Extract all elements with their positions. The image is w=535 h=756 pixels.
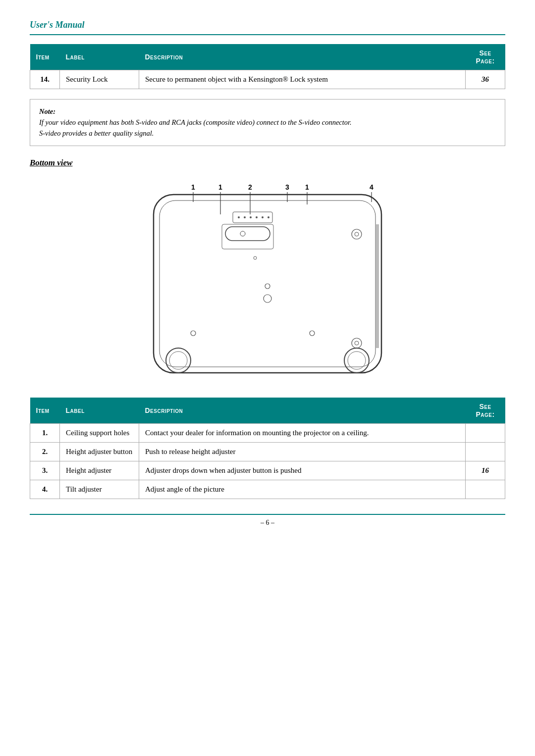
page-number: – 6 – bbox=[261, 519, 274, 526]
page-title: User's Manual bbox=[30, 20, 505, 30]
page-footer: – 6 – bbox=[30, 514, 505, 527]
svg-point-17 bbox=[250, 216, 252, 218]
svg-text:1: 1 bbox=[218, 183, 222, 191]
top-col-seepage: SeePage: bbox=[466, 44, 505, 70]
table-row: 14. Security Lock Secure to permanent ob… bbox=[30, 70, 505, 89]
bottom-table: Item Label Description See Page: 1. Ceil… bbox=[30, 398, 505, 499]
row-seepage bbox=[466, 443, 505, 461]
row-description: Secure to permanent object with a Kensin… bbox=[139, 70, 466, 89]
bot-col-item: Item bbox=[30, 398, 60, 424]
svg-point-15 bbox=[238, 216, 240, 218]
row-item: 2. bbox=[30, 443, 60, 461]
row-label: Height adjuster button bbox=[60, 443, 139, 461]
svg-point-16 bbox=[244, 216, 246, 218]
row-description: Contact your dealer for information on m… bbox=[139, 424, 466, 443]
svg-point-20 bbox=[268, 216, 269, 218]
row-seepage bbox=[466, 480, 505, 499]
note-box: Note: If your video equipment has both S… bbox=[30, 99, 505, 146]
svg-text:3: 3 bbox=[285, 183, 289, 191]
diagram-container: 1 1 2 3 1 4 bbox=[30, 175, 505, 383]
table-row: 2. Height adjuster button Push to releas… bbox=[30, 443, 505, 461]
top-col-label: Label bbox=[60, 44, 139, 70]
table-row: 1. Ceiling support holes Contact your de… bbox=[30, 424, 505, 443]
table-row: 4. Tilt adjuster Adjust angle of the pic… bbox=[30, 480, 505, 499]
row-item: 1. bbox=[30, 424, 60, 443]
bottom-view-title: Bottom view bbox=[30, 158, 505, 168]
bot-col-label: Label bbox=[60, 398, 139, 424]
row-label: Height adjuster bbox=[60, 461, 139, 480]
row-item: 14. bbox=[30, 70, 60, 89]
table-row: 3. Height adjuster Adjuster drops down w… bbox=[30, 461, 505, 480]
svg-text:1: 1 bbox=[305, 183, 309, 191]
svg-point-18 bbox=[256, 216, 258, 218]
top-divider bbox=[30, 34, 505, 35]
note-line-1: If your video equipment has both S-video… bbox=[39, 118, 352, 126]
row-description: Adjuster drops down when adjuster button… bbox=[139, 461, 466, 480]
row-item: 3. bbox=[30, 461, 60, 480]
svg-text:2: 2 bbox=[248, 183, 252, 191]
note-line-2: S-video provides a better quality signal… bbox=[39, 129, 154, 137]
row-seepage: 16 bbox=[466, 461, 505, 480]
row-description: Adjust angle of the picture bbox=[139, 480, 466, 499]
svg-text:4: 4 bbox=[370, 183, 374, 191]
top-col-item: Item bbox=[30, 44, 60, 70]
row-label: Ceiling support holes bbox=[60, 424, 139, 443]
bot-col-seepage: See Page: bbox=[466, 398, 505, 424]
row-description: Push to release height adjuster bbox=[139, 443, 466, 461]
row-label: Tilt adjuster bbox=[60, 480, 139, 499]
top-table: Item Label Description SeePage: 14. Secu… bbox=[30, 44, 505, 89]
bottom-view-diagram: 1 1 2 3 1 4 bbox=[129, 175, 406, 383]
bot-col-description: Description bbox=[139, 398, 466, 424]
svg-text:1: 1 bbox=[191, 183, 195, 191]
row-seepage: 36 bbox=[466, 70, 505, 89]
row-label: Security Lock bbox=[60, 70, 139, 89]
top-col-description: Description bbox=[139, 44, 466, 70]
row-item: 4. bbox=[30, 480, 60, 499]
row-seepage bbox=[466, 424, 505, 443]
svg-point-19 bbox=[262, 216, 264, 218]
note-label: Note: bbox=[39, 107, 55, 115]
